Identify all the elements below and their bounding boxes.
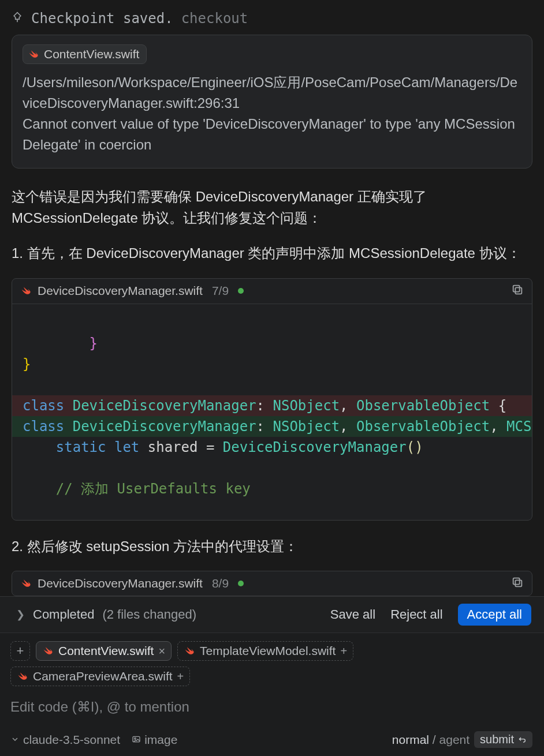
image-button[interactable]: image (132, 733, 177, 747)
code-line: } (23, 356, 31, 372)
add-icon[interactable]: + (340, 645, 347, 658)
svg-rect-1 (513, 285, 520, 291)
pin-icon (12, 10, 23, 27)
accept-all-button[interactable]: Accept all (458, 604, 531, 626)
error-message: Cannot convert value of type 'DeviceDisc… (23, 114, 521, 155)
code-block-1-filename: DeviceDiscoveryManager.swift (38, 284, 203, 298)
copy-icon[interactable] (511, 576, 524, 592)
completed-label: Completed (33, 607, 94, 622)
context-chip[interactable]: TemplateViewModel.swift + (177, 641, 353, 661)
swift-icon (20, 578, 32, 589)
chevron-down-icon (10, 733, 20, 747)
code-block-2-counter: 8/9 (212, 577, 229, 590)
input-footer: claude-3.5-sonnet image normal / agent s… (10, 715, 532, 748)
svg-rect-2 (515, 580, 521, 586)
swift-icon (28, 48, 39, 60)
step2-text: 2. 然后修改 setupSession 方法中的代理设置： (12, 536, 532, 557)
error-card: ContentView.swift /Users/mileson/Workspa… (12, 35, 532, 169)
error-path: /Users/mileson/Workspace/Engineer/iOS应用/… (23, 72, 521, 114)
code-line: static let shared = DeviceDiscoveryManag… (12, 439, 434, 455)
chip-filename: CameraPreviewArea.swift (33, 669, 173, 683)
chip-filename: TemplateViewModel.swift (200, 644, 336, 658)
context-chips-row: + ContentView.swift × TemplateViewModel.… (10, 641, 532, 686)
context-chip-active[interactable]: ContentView.swift × (36, 641, 172, 661)
model-name: claude-3.5-sonnet (23, 733, 120, 747)
modified-dot-icon (238, 581, 244, 586)
code-block-2: DeviceDiscoveryManager.swift 8/9 (12, 571, 532, 596)
code-block-1: DeviceDiscoveryManager.swift 7/9 } } cla… (12, 278, 532, 521)
code-block-2-header: DeviceDiscoveryManager.swift 8/9 (12, 571, 532, 596)
add-icon[interactable]: + (177, 670, 184, 683)
diff-added-line: class DeviceDiscoveryManager: NSObject, … (12, 416, 532, 437)
input-area: + ContentView.swift × TemplateViewModel.… (0, 633, 544, 756)
svg-rect-0 (515, 287, 521, 294)
explanation-paragraph: 这个错误是因为我们需要确保 DeviceDiscoveryManager 正确实… (12, 186, 532, 229)
code-block-1-header: DeviceDiscoveryManager.swift 7/9 (12, 279, 532, 304)
submit-button[interactable]: submit (474, 731, 532, 748)
checkpoint-row: Checkpoint saved. checkout (12, 10, 532, 27)
chevron-right-icon[interactable]: ❯ (16, 608, 25, 621)
modified-dot-icon (238, 288, 244, 294)
close-icon[interactable]: × (158, 645, 165, 658)
diff-deleted-line: class DeviceDiscoveryManager: NSObject, … (12, 395, 532, 416)
step1-text: 1. 首先，在 DeviceDiscoveryManager 类的声明中添加 M… (12, 242, 532, 264)
chip-filename: ContentView.swift (58, 644, 154, 658)
image-icon (132, 733, 141, 747)
code-block-1-counter: 7/9 (212, 284, 229, 298)
code-block-1-body: } } class DeviceDiscoveryManager: NSObje… (12, 304, 532, 521)
swift-icon (20, 285, 32, 297)
error-file-badge[interactable]: ContentView.swift (23, 44, 147, 64)
return-icon (517, 735, 527, 744)
context-chip[interactable]: CameraPreviewArea.swift + (10, 667, 190, 686)
copy-icon[interactable] (511, 283, 524, 299)
save-all-button[interactable]: Save all (330, 607, 375, 622)
mode-toggle[interactable]: normal / agent (392, 733, 470, 747)
swift-icon (184, 645, 195, 657)
code-block-2-filename: DeviceDiscoveryManager.swift (38, 577, 203, 590)
completed-detail: (2 files changed) (102, 607, 196, 622)
code-line: } (23, 335, 98, 351)
completed-bar: ❯ Completed (2 files changed) Save all R… (0, 596, 544, 633)
submit-label: submit (480, 733, 514, 746)
add-context-button[interactable]: + (10, 641, 30, 661)
svg-rect-3 (513, 578, 520, 585)
model-selector[interactable]: claude-3.5-sonnet (10, 733, 120, 747)
swift-icon (42, 645, 54, 657)
swift-icon (17, 671, 28, 682)
prompt-input[interactable]: Edit code (⌘I), @ to mention (10, 699, 532, 715)
image-label: image (144, 733, 177, 747)
checkpoint-status: Checkpoint saved. (31, 10, 173, 27)
reject-all-button[interactable]: Reject all (390, 607, 442, 622)
code-line: // 添加 UserDefaults key (12, 481, 261, 497)
error-file-name: ContentView.swift (44, 47, 139, 61)
svg-point-5 (135, 738, 136, 739)
checkpoint-action-link[interactable]: checkout (181, 10, 248, 27)
